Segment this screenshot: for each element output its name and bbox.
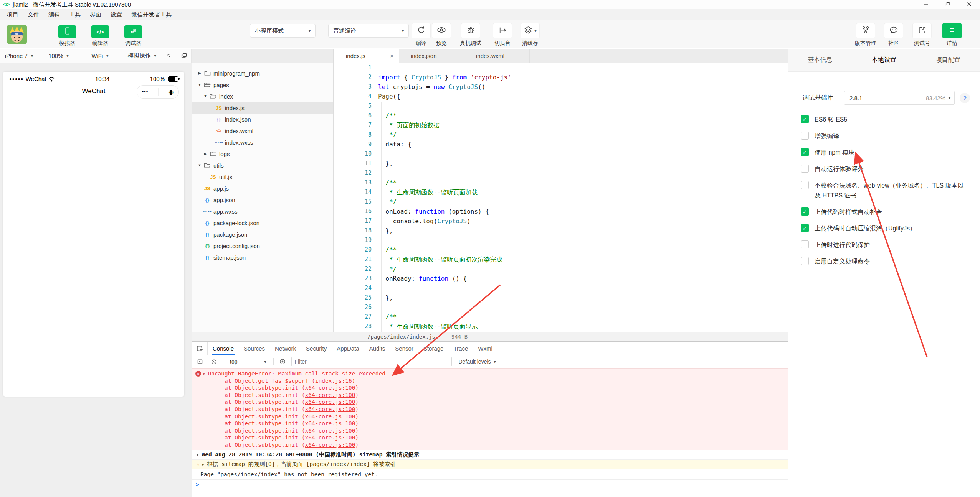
details-tab-本地设置[interactable]: 本地设置 <box>852 49 916 71</box>
devtools-tab-Network[interactable]: Network <box>270 342 301 355</box>
devtools-tab-Security[interactable]: Security <box>301 342 332 355</box>
console-filter-input[interactable] <box>291 357 452 366</box>
checkbox-unchecked-icon[interactable] <box>801 132 809 140</box>
source-link[interactable]: index.js:16 <box>315 378 352 384</box>
log-levels-select[interactable]: Default levels ▾ <box>459 359 496 365</box>
tree-item-index.wxml[interactable]: <>index.wxml <box>192 125 333 137</box>
source-link[interactable]: x64-core.js:100 <box>305 406 355 412</box>
source-link[interactable]: x64-core.js:100 <box>305 392 355 398</box>
action-4[interactable]: ▾ 清缓存 <box>514 23 547 47</box>
devtools-tab-Wxml[interactable]: Wxml <box>473 342 497 355</box>
sim-icon-control-1[interactable] <box>177 49 192 63</box>
menu-item-2[interactable]: 编辑 <box>44 11 64 18</box>
tree-item-util.js[interactable]: JSutil.js <box>192 171 333 183</box>
sim-control-0[interactable]: iPhone 7 ▾ <box>0 49 38 63</box>
tree-item-index.wxss[interactable]: wxssindex.wxss <box>192 137 333 148</box>
tree-item-project.config.json[interactable]: {*}project.config.json <box>192 240 333 252</box>
mode-select[interactable]: 小程序模式 ▾ <box>250 24 316 38</box>
details-tab-基本信息[interactable]: 基本信息 <box>788 49 852 71</box>
triangle-expanded-icon[interactable]: ▼ <box>197 453 198 457</box>
checkbox-unchecked-icon[interactable] <box>801 165 809 173</box>
setting-row-8[interactable]: 启用自定义处理命令 <box>801 257 970 267</box>
checkbox-unchecked-icon[interactable] <box>801 257 809 265</box>
devtools-tab-AppData[interactable]: AppData <box>332 342 364 355</box>
console-log-group[interactable]: ▼ Wed Aug 28 2019 10:34:28 GMT+0800 (中国标… <box>192 450 788 460</box>
code-editor[interactable]: 1 2 import { CryptoJS } from 'crypto-js'… <box>334 63 788 332</box>
menu-item-0[interactable]: 项目 <box>2 11 23 18</box>
source-link[interactable]: x64-core.js:100 <box>305 413 355 420</box>
menu-item-5[interactable]: 设置 <box>106 11 127 18</box>
source-link[interactable]: x64-core.js:100 <box>305 399 355 405</box>
checkbox-checked-icon[interactable]: ✓ <box>801 224 809 232</box>
sim-icon-control-0[interactable] <box>163 49 177 63</box>
capsule-home-icon[interactable]: ◉ <box>168 88 174 95</box>
editor-tab-index.json[interactable]: index.json <box>399 49 464 63</box>
source-link[interactable]: x64-core.js:100 <box>305 434 355 441</box>
tree-item-index.js[interactable]: JSindex.js <box>192 102 333 114</box>
tree-item-app.js[interactable]: JSapp.js <box>192 183 333 194</box>
action-2[interactable]: 真机调试 <box>454 23 487 47</box>
maximize-button[interactable] <box>937 0 959 9</box>
dock-side-icon[interactable] <box>195 358 205 365</box>
source-link[interactable]: x64-core.js:100 <box>305 442 355 448</box>
devtools-tab-Audits[interactable]: Audits <box>364 342 390 355</box>
triangle-collapsed-icon[interactable]: ▶ <box>203 370 205 377</box>
source-link[interactable]: x64-core.js:100 <box>305 420 355 426</box>
tree-item-package.json[interactable]: {}package.json <box>192 229 333 240</box>
tree-item-miniprogram_npm[interactable]: ▶miniprogram_npm <box>192 67 333 79</box>
setting-row-6[interactable]: ✓ 上传代码时自动压缩混淆（UglifyJs） <box>801 224 970 234</box>
error-message-row[interactable]: ✕ ▶ Uncaught RangeError: Maximum call st… <box>192 370 788 377</box>
right-action-3[interactable]: 详情 <box>935 23 968 47</box>
close-icon[interactable]: × <box>390 53 393 59</box>
tree-item-index[interactable]: ▼index <box>192 91 333 102</box>
menu-item-3[interactable]: 工具 <box>64 11 85 18</box>
setting-row-0[interactable]: ✓ ES6 转 ES5 <box>801 115 970 125</box>
debug-lib-select[interactable]: 2.8.1 83.42% ▾ <box>844 91 955 105</box>
triangle-expanded-icon[interactable]: ▼ <box>197 163 202 167</box>
details-tab-项目配置[interactable]: 项目配置 <box>916 49 980 71</box>
devtools-tab-Trace[interactable]: Trace <box>448 342 473 355</box>
miniprogram-capsule[interactable]: ••• ◉ <box>137 85 179 99</box>
setting-row-1[interactable]: 增强编译 <box>801 131 970 141</box>
compile-mode-select[interactable]: 普通编译 ▾ <box>328 24 409 38</box>
view-toggle-0[interactable]: 模拟器 <box>56 25 78 47</box>
minimize-button[interactable] <box>916 0 937 9</box>
tree-item-utils[interactable]: ▼utils <box>192 160 333 171</box>
triangle-collapsed-icon[interactable]: ▶ <box>203 152 208 156</box>
tree-item-package-lock.json[interactable]: {}package-lock.json <box>192 217 333 229</box>
setting-row-7[interactable]: 上传时进行代码保护 <box>801 240 970 250</box>
view-toggle-1[interactable]: </> 编辑器 <box>89 25 111 47</box>
setting-row-3[interactable]: 自动运行体验评分 <box>801 164 970 174</box>
tree-item-pages[interactable]: ▼pages <box>192 79 333 91</box>
inspect-element-icon[interactable] <box>192 342 208 355</box>
tree-item-app.json[interactable]: {}app.json <box>192 194 333 206</box>
devtools-tab-Sensor[interactable]: Sensor <box>390 342 418 355</box>
close-button[interactable] <box>959 0 980 9</box>
sim-control-2[interactable]: WiFi ▾ <box>79 49 121 63</box>
devtools-tab-Console[interactable]: Console <box>208 342 239 355</box>
devtools-tab-Sources[interactable]: Sources <box>239 342 270 355</box>
tree-item-logs[interactable]: ▶logs <box>192 148 333 160</box>
context-select[interactable]: top ▾ <box>227 359 269 365</box>
capsule-more-icon[interactable]: ••• <box>142 89 149 95</box>
clear-console-icon[interactable] <box>209 359 219 365</box>
editor-tab-index.js[interactable]: index.js × <box>334 49 399 63</box>
menu-item-1[interactable]: 文件 <box>23 11 44 18</box>
triangle-collapsed-icon[interactable]: ▶ <box>197 71 202 75</box>
triangle-expanded-icon[interactable]: ▼ <box>203 94 208 98</box>
sim-control-1[interactable]: 100% ▾ <box>38 49 79 63</box>
checkbox-unchecked-icon[interactable] <box>801 240 809 248</box>
help-icon[interactable]: ? <box>960 93 970 103</box>
checkbox-unchecked-icon[interactable] <box>801 181 809 189</box>
checkbox-checked-icon[interactable]: ✓ <box>801 207 809 216</box>
console-prompt-row[interactable]: > <box>192 480 788 490</box>
checkbox-checked-icon[interactable]: ✓ <box>801 115 809 123</box>
tree-item-sitemap.json[interactable]: {}sitemap.json <box>192 252 333 263</box>
menu-item-6[interactable]: 微信开发者工具 <box>127 11 176 18</box>
action-1[interactable]: 预览 <box>425 23 458 47</box>
source-link[interactable]: x64-core.js:100 <box>305 385 355 391</box>
right-action-2[interactable]: 测试号 <box>906 23 939 47</box>
view-toggle-2[interactable]: 调试器 <box>122 25 144 47</box>
console-warning-row[interactable]: ⚠ ▶ 根据 sitemap 的规则[0]，当前页面 [pages/index/… <box>192 460 788 469</box>
devtools-tab-Storage[interactable]: Storage <box>418 342 449 355</box>
